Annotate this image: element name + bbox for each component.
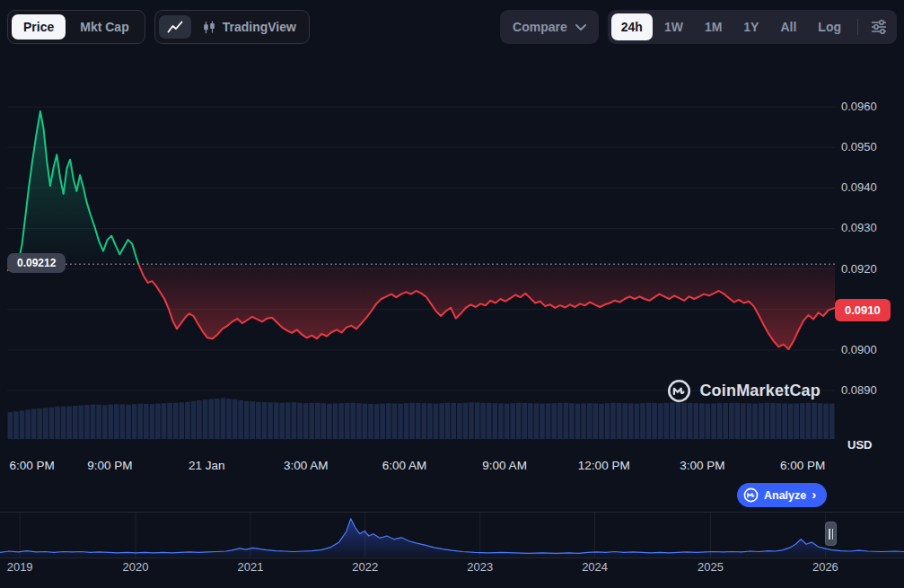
time-axis-label: 9:00 PM <box>87 459 132 472</box>
range-tab-log[interactable]: Log <box>808 13 851 40</box>
chart-type-toggle: TradingView <box>154 10 310 44</box>
chevron-down-icon <box>575 24 586 31</box>
history-brush-chart[interactable] <box>0 512 904 558</box>
range-tab-24h[interactable]: 24h <box>611 13 653 40</box>
candlestick-icon <box>203 21 215 34</box>
range-tab-group: 24h1W1M1YAllLog <box>611 13 851 40</box>
divider <box>857 19 858 35</box>
time-axis-label: 9:00 AM <box>482 459 527 472</box>
handle-grip <box>832 529 834 540</box>
year-axis: 20192020202120222023202420252026 <box>0 560 904 578</box>
main-chart-area[interactable]: 0.09212 CoinMarketCap <box>7 61 835 453</box>
analyze-label: Analyze <box>764 489 806 502</box>
time-axis: 6:00 PM9:00 PM21 Jan3:00 AM6:00 AM9:00 A… <box>7 459 835 478</box>
year-axis-label: 2025 <box>698 560 724 574</box>
price-axis-label: 0.0950 <box>841 140 877 154</box>
currency-label: USD <box>847 438 872 452</box>
line-chart-type-button[interactable] <box>159 15 191 39</box>
tab-price[interactable]: Price <box>12 14 66 39</box>
watermark-label: CoinMarketCap <box>699 382 821 400</box>
range-tab-1y[interactable]: 1Y <box>733 13 768 40</box>
history-chart-svg[interactable] <box>0 513 904 557</box>
chart-toolbar: Price Mkt Cap TradingView Compare <box>0 0 904 54</box>
time-axis-label: 6:00 PM <box>10 459 55 472</box>
line-chart-icon <box>167 21 183 33</box>
tradingview-button[interactable]: TradingView <box>194 14 305 39</box>
tradingview-label: TradingView <box>223 20 296 34</box>
open-price-badge: 0.09212 <box>7 253 66 273</box>
time-axis-label: 6:00 AM <box>382 459 427 472</box>
range-tab-all[interactable]: All <box>770 13 806 40</box>
price-axis-label: 0.0960 <box>841 100 877 113</box>
year-axis-label: 2020 <box>123 560 149 574</box>
compare-label: Compare <box>513 20 567 34</box>
year-axis-label: 2021 <box>237 560 263 574</box>
price-axis: 0.0910 USD 0.09600.09500.09400.09300.092… <box>835 61 904 453</box>
coinmarketcap-watermark: CoinMarketCap <box>667 379 821 403</box>
price-axis-label: 0.0890 <box>841 383 877 397</box>
price-axis-label: 0.0940 <box>841 180 877 194</box>
time-axis-label: 3:00 PM <box>680 459 724 472</box>
year-axis-label: 2019 <box>7 560 33 574</box>
range-tabs: 24h1W1M1YAllLog <box>608 10 897 44</box>
chart-settings-button[interactable] <box>865 16 893 38</box>
chevron-right-icon: › <box>812 487 816 502</box>
compare-button[interactable]: Compare <box>500 10 599 44</box>
metric-toggle: Price Mkt Cap <box>7 10 145 44</box>
handle-grip <box>829 529 830 540</box>
time-axis-label: 12:00 PM <box>578 459 630 472</box>
brush-handle[interactable] <box>825 522 837 546</box>
volume-bars <box>8 398 835 439</box>
price-axis-label: 0.0920 <box>841 262 877 276</box>
year-axis-label: 2024 <box>582 560 608 574</box>
time-axis-label: 3:00 AM <box>284 459 329 472</box>
price-axis-label: 0.0900 <box>841 343 877 356</box>
coinmarketcap-logo-icon <box>667 379 691 403</box>
year-axis-label: 2022 <box>352 560 378 574</box>
current-price-badge: 0.0910 <box>835 299 891 321</box>
year-axis-label: 2023 <box>467 560 493 574</box>
analyze-logo-icon <box>743 487 759 503</box>
price-axis-label: 0.0930 <box>841 221 877 234</box>
analyze-button[interactable]: Analyze › <box>737 483 827 507</box>
tab-mkt-cap[interactable]: Mkt Cap <box>68 14 140 39</box>
range-tab-1w[interactable]: 1W <box>654 13 693 40</box>
year-axis-label: 2026 <box>812 560 838 574</box>
time-axis-label: 6:00 PM <box>780 459 825 472</box>
sliders-icon <box>871 20 887 34</box>
price-chart-widget: Price Mkt Cap TradingView Compare <box>0 0 904 588</box>
time-axis-label: 21 Jan <box>189 459 225 472</box>
range-tab-1m[interactable]: 1M <box>695 13 732 40</box>
